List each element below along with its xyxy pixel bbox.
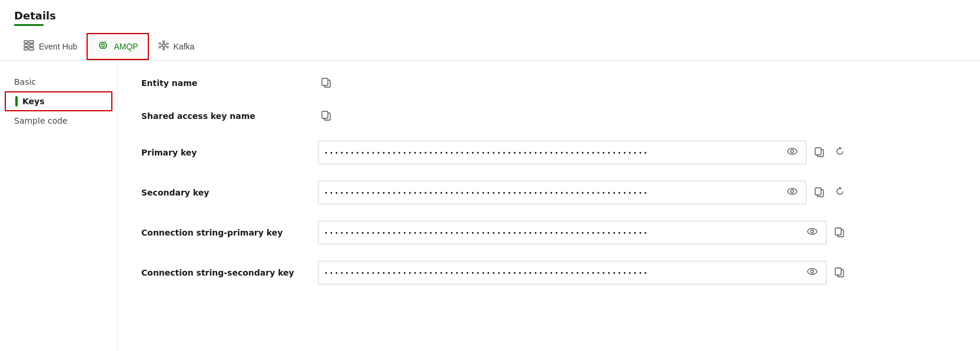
connection-secondary-eye-btn[interactable] <box>805 265 820 280</box>
svg-point-30 <box>791 190 794 193</box>
primary-key-dots: ••••••••••••••••••••••••••••••••••••••••… <box>324 150 785 156</box>
amqp-icon <box>97 40 109 53</box>
page-title: Details <box>14 9 966 22</box>
refresh-icon <box>835 146 845 157</box>
primary-key-copy-btn[interactable] <box>811 144 828 161</box>
shared-access-label: Shared access key name <box>141 111 306 121</box>
svg-point-8 <box>162 48 164 50</box>
secondary-key-field: ••••••••••••••••••••••••••••••••••••••••… <box>318 181 806 204</box>
connection-primary-dots: ••••••••••••••••••••••••••••••••••••••••… <box>324 230 805 236</box>
sidebar-sample-label: Sample code <box>14 116 68 125</box>
connection-primary-value-area: ••••••••••••••••••••••••••••••••••••••••… <box>318 221 848 244</box>
svg-rect-3 <box>30 44 34 47</box>
copy-icon <box>833 267 845 279</box>
tab-kafka-label: Kafka <box>174 42 195 51</box>
connection-secondary-field: ••••••••••••••••••••••••••••••••••••••••… <box>318 261 826 284</box>
secondary-key-copy-btn[interactable] <box>811 184 828 201</box>
connection-primary-copy-btn[interactable] <box>831 224 848 241</box>
svg-point-37 <box>808 269 817 274</box>
refresh-icon <box>835 186 845 197</box>
field-row-connection-secondary: Connection string-secondary key ••••••••… <box>141 261 956 284</box>
field-row-entity-name: Entity name <box>141 75 956 91</box>
svg-rect-2 <box>24 44 29 47</box>
connection-secondary-dots: ••••••••••••••••••••••••••••••••••••••••… <box>324 270 805 276</box>
svg-point-9 <box>159 43 161 45</box>
secondary-key-label: Secondary key <box>141 188 306 197</box>
field-row-connection-primary: Connection string-primary key ••••••••••… <box>141 221 956 244</box>
field-row-primary-key: Primary key ••••••••••••••••••••••••••••… <box>141 141 956 164</box>
eye-icon <box>807 226 818 237</box>
svg-point-26 <box>791 150 794 153</box>
copy-icon <box>320 110 332 122</box>
sidebar-active-indicator <box>15 96 18 107</box>
title-underline <box>14 24 44 26</box>
svg-rect-32 <box>815 188 821 195</box>
sidebar-item-sample-code[interactable]: Sample code <box>0 111 117 130</box>
primary-key-eye-btn[interactable] <box>785 145 800 160</box>
copy-icon <box>833 227 845 239</box>
copy-icon <box>813 187 825 198</box>
svg-rect-36 <box>835 228 841 235</box>
copy-icon <box>320 77 332 89</box>
connection-primary-label: Connection string-primary key <box>141 228 306 237</box>
svg-point-25 <box>788 148 797 154</box>
svg-point-33 <box>808 229 817 234</box>
tab-event-hub[interactable]: Event Hub <box>14 34 87 59</box>
sidebar: Basic Keys Sample code <box>0 61 118 351</box>
shared-access-value-area <box>318 108 848 124</box>
tab-amqp[interactable]: AMQP <box>87 33 148 60</box>
eye-icon <box>807 266 818 277</box>
primary-key-label: Primary key <box>141 148 306 157</box>
svg-point-11 <box>159 47 161 48</box>
entity-name-copy-btn[interactable] <box>318 75 334 91</box>
field-row-secondary-key: Secondary key ••••••••••••••••••••••••••… <box>141 181 956 204</box>
primary-key-value-area: ••••••••••••••••••••••••••••••••••••••••… <box>318 141 848 164</box>
entity-name-value-area <box>318 75 848 91</box>
svg-rect-40 <box>835 268 841 275</box>
tab-kafka[interactable]: Kafka <box>149 34 204 59</box>
secondary-key-refresh-btn[interactable] <box>832 184 848 201</box>
primary-key-field: ••••••••••••••••••••••••••••••••••••••••… <box>318 141 806 164</box>
sidebar-item-keys[interactable]: Keys <box>5 91 112 111</box>
connection-secondary-value-area: ••••••••••••••••••••••••••••••••••••••••… <box>318 261 848 284</box>
secondary-key-eye-btn[interactable] <box>785 185 800 200</box>
svg-point-34 <box>811 230 814 233</box>
svg-point-7 <box>162 41 164 42</box>
sidebar-item-basic[interactable]: Basic <box>0 72 117 91</box>
tab-amqp-label: AMQP <box>114 42 138 51</box>
svg-rect-28 <box>815 148 821 155</box>
connection-primary-eye-btn[interactable] <box>805 225 820 240</box>
sidebar-basic-label: Basic <box>14 77 36 87</box>
svg-rect-24 <box>322 111 328 118</box>
svg-rect-22 <box>322 78 328 85</box>
svg-rect-5 <box>29 48 34 50</box>
svg-point-29 <box>788 188 797 194</box>
svg-rect-1 <box>29 41 34 43</box>
svg-point-10 <box>167 43 168 45</box>
main-content: Basic Keys Sample code Entity name <box>0 61 980 351</box>
tab-bar: Event Hub AMQP <box>0 33 980 61</box>
svg-point-6 <box>162 44 165 47</box>
copy-icon <box>813 147 825 158</box>
secondary-key-dots: ••••••••••••••••••••••••••••••••••••••••… <box>324 190 785 196</box>
entity-name-label: Entity name <box>141 78 306 88</box>
sidebar-keys-label: Keys <box>22 97 45 106</box>
connection-secondary-label: Connection string-secondary key <box>141 268 306 277</box>
connection-secondary-copy-btn[interactable] <box>831 264 848 281</box>
svg-point-12 <box>167 47 168 48</box>
eye-icon <box>787 186 798 197</box>
svg-rect-0 <box>24 41 28 43</box>
page-container: Details Event Hub <box>0 0 980 351</box>
svg-rect-4 <box>24 48 28 50</box>
primary-key-refresh-btn[interactable] <box>832 144 848 161</box>
field-row-shared-access: Shared access key name <box>141 108 956 124</box>
grid-icon <box>24 40 34 53</box>
content-panel: Entity name Shared access key name <box>118 61 980 351</box>
kafka-icon <box>158 40 169 53</box>
secondary-key-value-area: ••••••••••••••••••••••••••••••••••••••••… <box>318 181 848 204</box>
shared-access-copy-btn[interactable] <box>318 108 334 124</box>
svg-point-38 <box>811 270 814 273</box>
tab-event-hub-label: Event Hub <box>39 42 77 51</box>
eye-icon <box>787 146 798 157</box>
header-area: Details <box>0 0 980 33</box>
